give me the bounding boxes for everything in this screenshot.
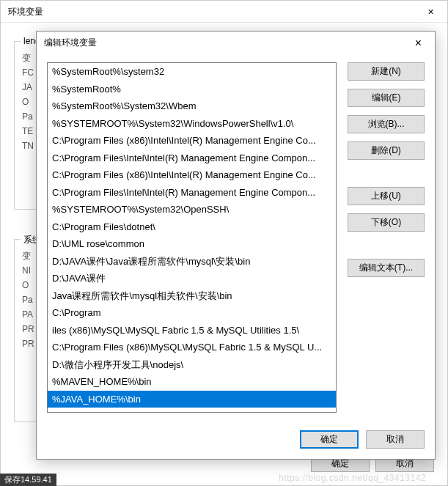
path-entry[interactable]: %SystemRoot%\system32 xyxy=(48,63,336,81)
bg-var-fragment: PA xyxy=(22,307,35,322)
modal-close-button[interactable]: × xyxy=(402,32,435,54)
path-entry[interactable]: C:\Program Files (x86)\Intel\Intel(R) Ma… xyxy=(48,132,336,150)
bg-var-fragment: 变 xyxy=(22,248,35,263)
bg-var-fragment: NI xyxy=(22,263,35,278)
parent-close-button[interactable]: × xyxy=(414,1,447,23)
path-entries-listbox[interactable]: %SystemRoot%\system32%SystemRoot%%System… xyxy=(47,62,337,413)
bg-var-fragment: O xyxy=(22,95,35,109)
path-entry[interactable]: C:\Program Files\dotnet\ xyxy=(48,218,336,236)
bg-var-fragment: PR xyxy=(22,336,35,351)
move-down-button[interactable]: 下移(O) xyxy=(348,213,425,232)
new-button[interactable]: 新建(N) xyxy=(348,62,425,81)
bg-var-fragment: TN xyxy=(22,139,35,153)
path-entry[interactable]: D:\JAVA课件 xyxy=(48,270,336,287)
path-entry[interactable]: %SystemRoot% xyxy=(48,81,336,98)
modal-ok-button[interactable]: 确定 xyxy=(300,430,359,449)
move-up-button[interactable]: 上移(U) xyxy=(348,187,425,205)
bg-var-fragment: O xyxy=(22,278,35,292)
path-entry[interactable]: C:\Program Files\Intel\Intel(R) Manageme… xyxy=(48,184,336,202)
path-entry[interactable]: Java课程所需软件\mysql相关软件\安装\bin xyxy=(48,287,336,305)
path-entry[interactable]: C:\Program Files (x86)\Intel\Intel(R) Ma… xyxy=(48,166,336,184)
path-entry[interactable]: C:\Program Files (x86)\MySQL\MySQL Fabri… xyxy=(48,339,336,356)
bg-var-fragment: PR xyxy=(22,322,35,336)
bg-var-fragment: Pa xyxy=(22,292,35,307)
path-entry[interactable]: %MAVEN_HOME%\bin xyxy=(48,373,336,391)
path-entry[interactable]: %JAVA_HOME%\bin xyxy=(48,391,336,408)
bg-var-fragment: Pa xyxy=(22,109,35,124)
path-entry[interactable]: D:\微信小程序开发工具\nodejs\ xyxy=(48,356,336,374)
path-entry[interactable]: D:\JAVA课件\Java课程所需软件\mysql\安装\bin xyxy=(48,253,336,270)
path-entry[interactable]: %SystemRoot%\System32\Wbem xyxy=(48,97,336,115)
taskbar-time: 保存14.59.41 xyxy=(0,474,56,486)
path-entry[interactable]: C:\Program xyxy=(48,304,336,322)
path-entry[interactable]: %SYSTEMROOT%\System32\OpenSSH\ xyxy=(48,201,336,218)
edit-button[interactable]: 编辑(E) xyxy=(348,89,425,107)
path-entry[interactable]: %SYSTEMROOT%\System32\WindowsPowerShell\… xyxy=(48,115,336,133)
modal-cancel-button[interactable]: 取消 xyxy=(366,430,425,449)
bg-var-fragment: JA xyxy=(22,80,35,95)
delete-button[interactable]: 删除(D) xyxy=(348,141,425,160)
browse-button[interactable]: 浏览(B)... xyxy=(348,115,425,133)
path-entry[interactable]: iles (x86)\MySQL\MySQL Fabric 1.5 & MySQ… xyxy=(48,322,336,339)
parent-title: 环境变量 xyxy=(1,1,447,23)
modal-title: 编辑环境变量 xyxy=(37,32,435,54)
bg-var-fragment: FC xyxy=(22,65,35,80)
path-entry[interactable]: C:\Program Files\Intel\Intel(R) Manageme… xyxy=(48,150,336,167)
path-entry[interactable]: D:\UML rose\common xyxy=(48,235,336,253)
bg-var-fragment: 变 xyxy=(22,51,35,65)
bg-var-fragment: TE xyxy=(22,124,35,139)
edit-text-button[interactable]: 编辑文本(T)... xyxy=(348,259,425,277)
edit-environment-variable-dialog: 编辑环境变量 × %SystemRoot%\system32%SystemRoo… xyxy=(36,31,436,460)
